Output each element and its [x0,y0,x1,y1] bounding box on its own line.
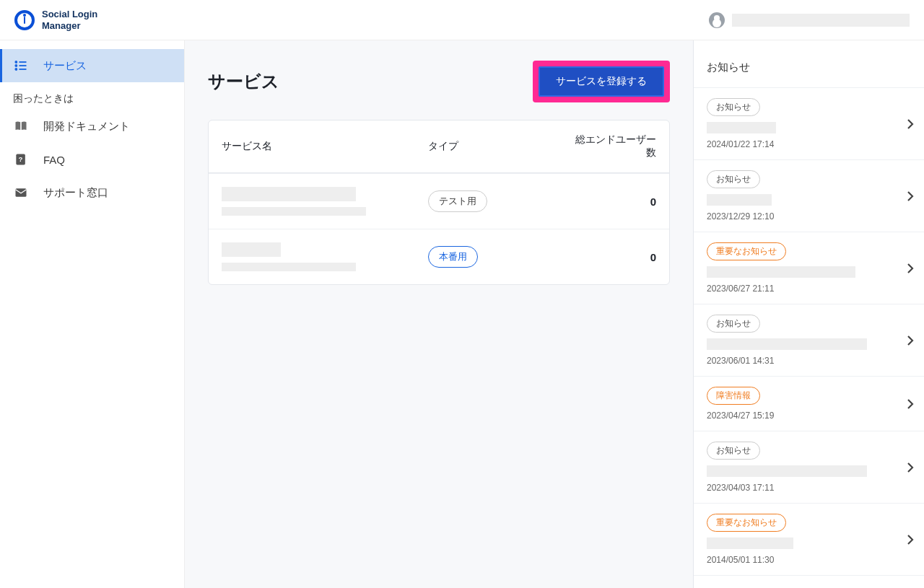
sidebar-item-faq[interactable]: ? FAQ [0,143,184,176]
news-date: 2023/06/01 14:31 [707,356,911,366]
table-row[interactable]: テスト用 0 [209,173,669,229]
sidebar-item-docs[interactable]: 開発ドキュメント [0,110,184,143]
cell-users: 0 [570,251,656,263]
table-row[interactable]: 本番用 0 [209,229,669,284]
news-badge: お知らせ [707,442,760,460]
news-date: 2024/01/22 17:14 [707,139,911,149]
col-type: タイプ [428,140,570,153]
news-item-title [707,465,867,477]
news-item-title [707,122,776,133]
type-chip: 本番用 [428,246,478,268]
news-date: 2023/12/29 12:10 [707,211,911,221]
question-doc-icon: ? [13,152,29,167]
col-name: サービス名 [222,140,428,153]
news-item[interactable]: 重要なお知らせ 2023/06/27 21:11 [694,232,924,304]
user-name [732,14,910,27]
sidebar-item-label: 開発ドキュメント [43,120,130,133]
news-badge: 重要なお知らせ [707,242,786,260]
app-name: Social Login Manager [42,9,97,31]
chevron-right-icon [907,190,914,202]
chevron-right-icon [907,462,914,473]
register-service-button[interactable]: サービスを登録する [539,66,664,97]
app-logo[interactable]: Social Login Manager [14,9,97,31]
svg-point-0 [15,61,17,63]
svg-point-1 [15,65,17,66]
news-badge: お知らせ [707,98,760,116]
mail-icon [13,185,29,201]
sidebar: サービス 困ったときは 開発ドキュメント ? FAQ サポート窓口 [0,40,185,588]
app-header: Social Login Manager [0,0,924,40]
main-content: サービス サービスを登録する サービス名 タイプ 総エンドユーザー数 テスト用 … [185,40,693,588]
cell-type: テスト用 [428,190,570,212]
news-badge: 重要なお知らせ [707,514,786,532]
chevron-right-icon [907,263,914,274]
cell-users: 0 [570,196,656,208]
sidebar-item-services[interactable]: サービス [0,49,184,82]
news-item[interactable]: お知らせ 2023/04/03 17:11 [694,431,924,503]
cell-name [222,242,428,271]
page-title: サービス [208,70,279,93]
sidebar-item-label: サービス [43,59,87,73]
chevron-right-icon [907,118,914,130]
col-users: 総エンドユーザー数 [570,133,656,159]
news-badge: お知らせ [707,170,760,188]
news-item[interactable]: お知らせ 2023/06/01 14:31 [694,304,924,376]
services-table: サービス名 タイプ 総エンドユーザー数 テスト用 0 本番用 [208,120,670,285]
news-badge: お知らせ [707,315,760,333]
svg-text:?: ? [19,156,23,163]
chevron-right-icon [907,398,914,410]
type-chip: テスト用 [428,190,487,212]
svg-point-2 [15,69,17,70]
news-item[interactable]: 障害情報 2023/04/27 15:19 [694,376,924,431]
news-item[interactable]: 重要なお知らせ 2014/05/01 11:30 [694,503,924,576]
chevron-right-icon [907,335,914,346]
logo-icon [14,10,35,30]
news-heading: お知らせ [694,61,924,87]
news-panel: お知らせ お知らせ 2024/01/22 17:14 お知らせ 2023/12/… [693,40,924,588]
news-date: 2023/04/03 17:11 [707,483,911,493]
news-item-title [707,266,855,278]
sidebar-item-label: サポート窓口 [43,186,108,200]
register-button-highlight: サービスを登録する [533,61,670,102]
table-header-row: サービス名 タイプ 総エンドユーザー数 [209,120,669,173]
news-item[interactable]: お知らせ 2023/12/29 12:10 [694,159,924,232]
cell-name [222,187,428,216]
chevron-right-icon [907,534,914,545]
news-item-title [707,338,867,350]
book-icon [13,118,29,134]
cell-type: 本番用 [428,246,570,268]
sidebar-item-support[interactable]: サポート窓口 [0,176,184,209]
sidebar-item-label: FAQ [43,154,65,166]
svg-rect-8 [16,188,27,197]
news-date: 2023/04/27 15:19 [707,411,911,421]
avatar-icon [709,12,725,28]
user-menu[interactable] [709,12,910,28]
news-date: 2014/05/01 11:30 [707,555,911,565]
news-item-title [707,194,772,206]
news-item-title [707,537,793,549]
news-item[interactable]: お知らせ 2024/01/22 17:14 [694,87,924,159]
list-icon [13,58,29,74]
news-badge: 障害情報 [707,387,760,405]
sidebar-help-heading: 困ったときは [0,82,184,110]
news-date: 2023/06/27 21:11 [707,284,911,294]
